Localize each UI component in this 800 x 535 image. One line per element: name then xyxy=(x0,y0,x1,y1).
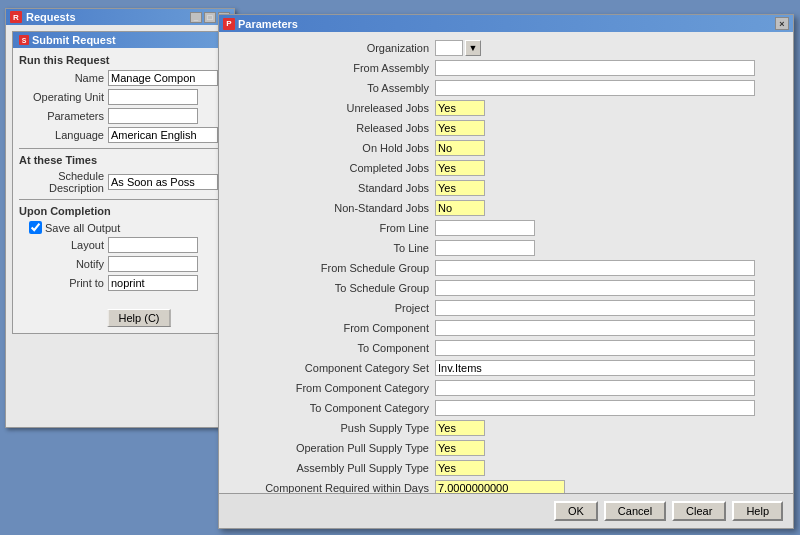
name-label: Name xyxy=(19,72,104,84)
parameters-row: Parameters xyxy=(19,108,221,124)
from-assembly-input[interactable] xyxy=(435,60,755,76)
save-output-checkbox[interactable] xyxy=(29,221,42,234)
parameters-window: P Parameters × Organization ▼ From Assem… xyxy=(218,14,794,529)
clear-button[interactable]: Clear xyxy=(672,501,726,521)
project-row: Project xyxy=(229,300,783,316)
save-output-row: Save all Output xyxy=(19,221,221,234)
push-supply-type-row: Push Supply Type xyxy=(229,420,783,436)
component-category-set-row: Component Category Set xyxy=(229,360,783,376)
ok-button[interactable]: OK xyxy=(554,501,598,521)
cancel-button[interactable]: Cancel xyxy=(604,501,666,521)
non-standard-jobs-row: Non-Standard Jobs xyxy=(229,200,783,216)
component-category-set-input[interactable] xyxy=(435,360,755,376)
released-jobs-input[interactable] xyxy=(435,120,485,136)
to-assembly-label: To Assembly xyxy=(229,82,429,94)
unreleased-jobs-input[interactable] xyxy=(435,100,485,116)
name-input[interactable] xyxy=(108,70,218,86)
unreleased-jobs-label: Unreleased Jobs xyxy=(229,102,429,114)
language-label: Language xyxy=(19,129,104,141)
print-to-input[interactable] xyxy=(108,275,198,291)
to-component-category-input[interactable] xyxy=(435,400,755,416)
minimize-button[interactable]: _ xyxy=(190,12,202,23)
from-component-label: From Component xyxy=(229,322,429,334)
layout-label: Layout xyxy=(19,239,104,251)
operating-unit-input[interactable] xyxy=(108,89,198,105)
requests-title-icon: R xyxy=(10,11,22,23)
language-input[interactable] xyxy=(108,127,218,143)
from-component-category-row: From Component Category xyxy=(229,380,783,396)
on-hold-jobs-input[interactable] xyxy=(435,140,485,156)
name-row: Name xyxy=(19,70,221,86)
submit-title-icon: S xyxy=(19,35,29,45)
parameters-title-text: Parameters xyxy=(238,18,298,30)
to-schedule-group-input[interactable] xyxy=(435,280,755,296)
on-hold-jobs-label: On Hold Jobs xyxy=(229,142,429,154)
to-component-label: To Component xyxy=(229,342,429,354)
operation-pull-supply-type-row: Operation Pull Supply Type xyxy=(229,440,783,456)
params-footer: OK Cancel Clear Help xyxy=(219,493,793,528)
org-input[interactable] xyxy=(435,40,463,56)
standard-jobs-input[interactable] xyxy=(435,180,485,196)
component-category-set-label: Component Category Set xyxy=(229,362,429,374)
push-supply-type-input[interactable] xyxy=(435,420,485,436)
project-input[interactable] xyxy=(435,300,755,316)
org-label: Organization xyxy=(229,42,429,54)
language-row: Language xyxy=(19,127,221,143)
org-row: Organization ▼ xyxy=(229,40,783,56)
layout-row: Layout xyxy=(19,237,221,253)
to-schedule-group-label: To Schedule Group xyxy=(229,282,429,294)
to-line-input[interactable] xyxy=(435,240,535,256)
from-component-category-input[interactable] xyxy=(435,380,755,396)
completed-jobs-input[interactable] xyxy=(435,160,485,176)
from-component-category-label: From Component Category xyxy=(229,382,429,394)
submit-help-button[interactable]: Help (C) xyxy=(108,309,171,327)
requests-window: R Requests _ □ × S Submit Request Run th… xyxy=(5,8,235,428)
parameters-input[interactable] xyxy=(108,108,198,124)
requests-titlebar: R Requests _ □ × xyxy=(6,9,234,25)
non-standard-jobs-label: Non-Standard Jobs xyxy=(229,202,429,214)
submit-request-titlebar: S Submit Request xyxy=(13,32,227,48)
non-standard-jobs-input[interactable] xyxy=(435,200,485,216)
released-jobs-row: Released Jobs xyxy=(229,120,783,136)
to-component-row: To Component xyxy=(229,340,783,356)
parameters-titlebar: P Parameters × xyxy=(219,15,793,32)
from-schedule-group-row: From Schedule Group xyxy=(229,260,783,276)
parameters-close-button[interactable]: × xyxy=(775,17,789,30)
maximize-button[interactable]: □ xyxy=(204,12,216,23)
save-output-text: Save all Output xyxy=(45,222,120,234)
assembly-pull-supply-type-label: Assembly Pull Supply Type xyxy=(229,462,429,474)
operation-pull-supply-type-label: Operation Pull Supply Type xyxy=(229,442,429,454)
divider-2 xyxy=(19,199,221,200)
from-assembly-label: From Assembly xyxy=(229,62,429,74)
at-times-label: At these Times xyxy=(19,154,221,166)
from-schedule-group-input[interactable] xyxy=(435,260,755,276)
project-label: Project xyxy=(229,302,429,314)
on-hold-jobs-row: On Hold Jobs xyxy=(229,140,783,156)
notify-label: Notify xyxy=(19,258,104,270)
from-line-input[interactable] xyxy=(435,220,535,236)
to-line-row: To Line xyxy=(229,240,783,256)
push-supply-type-label: Push Supply Type xyxy=(229,422,429,434)
submit-request-title-text: Submit Request xyxy=(32,34,116,46)
notify-input[interactable] xyxy=(108,256,198,272)
from-component-input[interactable] xyxy=(435,320,755,336)
from-component-row: From Component xyxy=(229,320,783,336)
assembly-pull-supply-type-input[interactable] xyxy=(435,460,485,476)
to-assembly-input[interactable] xyxy=(435,80,755,96)
schedule-input[interactable] xyxy=(108,174,218,190)
submit-request-body: Run this Request Name Operating Unit Par… xyxy=(13,48,227,333)
schedule-row: Schedule Description xyxy=(19,170,221,194)
to-component-input[interactable] xyxy=(435,340,755,356)
operation-pull-supply-type-input[interactable] xyxy=(435,440,485,456)
org-dropdown-button[interactable]: ▼ xyxy=(465,40,481,56)
standard-jobs-row: Standard Jobs xyxy=(229,180,783,196)
help-button[interactable]: Help xyxy=(732,501,783,521)
layout-input[interactable] xyxy=(108,237,198,253)
upon-completion-label: Upon Completion xyxy=(19,205,221,217)
print-to-row: Print to xyxy=(19,275,221,291)
completed-jobs-row: Completed Jobs xyxy=(229,160,783,176)
from-line-row: From Line xyxy=(229,220,783,236)
operating-unit-row: Operating Unit xyxy=(19,89,221,105)
to-component-category-row: To Component Category xyxy=(229,400,783,416)
from-assembly-row: From Assembly xyxy=(229,60,783,76)
